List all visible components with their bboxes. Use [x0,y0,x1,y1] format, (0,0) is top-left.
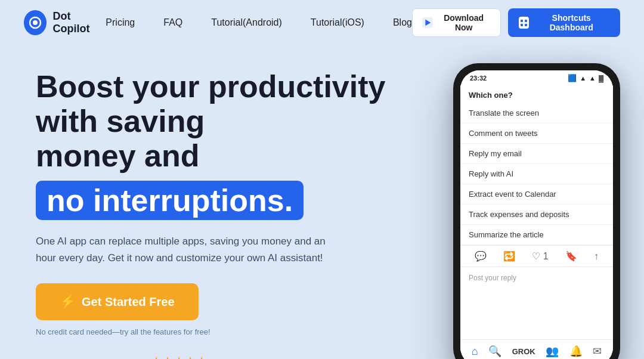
retweet-icon[interactable]: 🔁 [503,250,515,262]
social-proof: A B C D E F ★ ★ ★ ★ ★ 300+ users saving … [36,354,405,359]
phone-inner: 23:32 🟦 ▲ ▲ ▓ Which one? Translate the s… [460,70,613,359]
stars-row: ★ ★ ★ ★ ★ [151,354,256,359]
logo-link[interactable]: Dot Copilot [24,10,106,35]
hero-left: Boost your productivity with saving mone… [36,63,405,359]
logo-text: Dot Copilot [52,10,106,35]
home-icon[interactable]: ⌂ [472,345,478,358]
phone-mockup: 23:32 🟦 ▲ ▲ ▓ Which one? Translate the s… [453,63,620,359]
tweet-actions: 💬 🔁 ♡ 1 🔖 ↑ [460,245,613,267]
nav-links: Pricing FAQ Tutorial(Android) Tutorial(i… [106,17,412,28]
shortcuts-icon [519,17,530,29]
signal-icon: ▲ [580,75,586,82]
navbar: Dot Copilot Pricing FAQ Tutorial(Android… [0,0,644,45]
tweet-area: Which one? Translate the screen Comment … [460,85,613,339]
reply-placeholder[interactable]: Post your reply [469,274,516,282]
tweet-reply-area: Post your reply [460,267,613,287]
no-credit-text: No credit card needed—try all the featur… [36,327,405,336]
star-icon: ★ [163,354,172,359]
search-icon[interactable]: 🔍 [488,345,501,358]
menu-title: Which one? [460,85,613,103]
avatar-icon: 🟦 [568,74,577,82]
star-icon: ★ [151,354,161,359]
svg-point-1 [33,20,38,25]
shortcuts-dashboard-button[interactable]: Shortcuts Dashboard [508,8,620,37]
nav-tutorial-ios[interactable]: Tutorial(iOS) [311,17,364,28]
phone-status-bar: 23:32 🟦 ▲ ▲ ▓ [460,70,613,85]
comment-icon[interactable]: 💬 [475,250,487,262]
logo-icon [24,10,47,35]
google-play-icon [422,17,433,29]
star-icon: ★ [174,354,184,359]
phone-outer: 23:32 🟦 ▲ ▲ ▓ Which one? Translate the s… [453,63,620,359]
nav-pricing[interactable]: Pricing [106,17,135,28]
svg-rect-4 [521,20,523,22]
download-button[interactable]: Download Now [412,8,501,37]
get-started-button[interactable]: ⚡ Get Started Free [36,283,199,320]
hero-title: Boost your productivity with saving mone… [36,69,405,220]
grok-icon[interactable]: GROK [512,347,535,356]
stars-text: ★ ★ ★ ★ ★ 300+ users saving days 20+ cou… [151,354,256,359]
svg-rect-5 [525,20,527,22]
message-icon[interactable]: ✉ [593,345,602,358]
nav-actions: Download Now Shortcuts Dashboard [412,8,620,37]
notification-icon[interactable]: 🔔 [569,345,583,358]
menu-item-translate[interactable]: Translate the screen [460,103,613,123]
hero-highlight: no interruptions. [36,181,304,220]
hero-subtitle: One AI app can replace multiple apps, sa… [36,233,346,267]
menu-item-reply-ai[interactable]: Reply with AI [460,164,613,184]
battery-icon: ▓ [599,75,603,82]
hero-section: Boost your productivity with saving mone… [0,45,644,359]
menu-item-comment[interactable]: Comment on tweets [460,123,613,144]
star-icon: ★ [185,354,195,359]
people-icon[interactable]: 👥 [546,345,559,358]
status-icons: 🟦 ▲ ▲ ▓ [568,74,603,82]
like-icon[interactable]: ♡ 1 [532,250,548,262]
menu-item-extract[interactable]: Extract event to Calendar [460,184,613,205]
wifi-icon: ▲ [589,75,596,82]
phone-time: 23:32 [470,75,487,82]
svg-rect-6 [521,24,523,26]
share-icon[interactable]: ↑ [594,251,599,262]
svg-rect-7 [525,24,527,26]
phone-content: Which one? Translate the screen Comment … [460,85,613,359]
hero-title-line2: money and no interruptions. [36,138,405,219]
phone-bottom-bar: ⌂ 🔍 GROK 👥 🔔 ✉ [460,339,613,359]
menu-item-track[interactable]: Track expenses and deposits [460,205,613,225]
nav-faq[interactable]: FAQ [163,17,182,28]
bookmark-icon[interactable]: 🔖 [565,250,577,262]
nav-tutorial-android[interactable]: Tutorial(Android) [211,17,282,28]
menu-item-summarize[interactable]: Summarize the article [460,225,613,245]
nav-blog[interactable]: Blog [393,17,412,28]
menu-item-reply-email[interactable]: Reply my email [460,144,613,164]
bolt-icon: ⚡ [60,294,76,310]
star-icon: ★ [197,354,206,359]
